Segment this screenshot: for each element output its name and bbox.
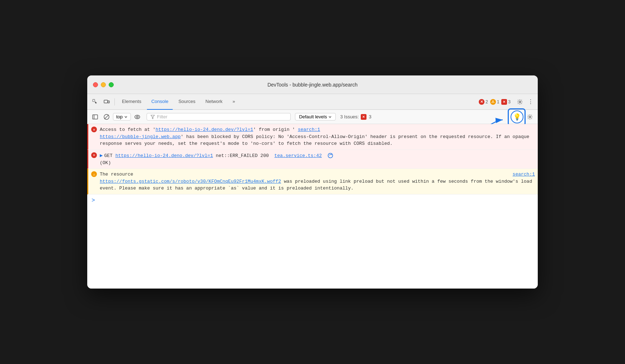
console-body: ✕ Access to fetch at 'https://hello-io-2… [87, 124, 538, 289]
ai-assistance-button[interactable]: 💡 [511, 110, 523, 123]
svg-line-7 [104, 115, 109, 119]
tea-service-link[interactable]: tea.service.ts:42 [274, 153, 322, 158]
warn-badge[interactable]: ⚠ 1 [490, 99, 499, 105]
ai-section: 💡 [511, 110, 523, 123]
select-icon[interactable] [90, 97, 100, 107]
separator [114, 98, 115, 105]
warn-row-1: The resource search:1 [100, 171, 535, 178]
tab-sources[interactable]: Sources [174, 94, 200, 110]
console-entry-net-error: ✕ ▶GET https://hello-io-24.deno.dev/?lvl… [87, 150, 538, 169]
more-options-icon[interactable]: ⋮ [526, 98, 535, 105]
svg-point-13 [328, 153, 333, 158]
cors-error-detail: https://bubble-jingle.web.app' has been … [100, 133, 535, 147]
maximize-button[interactable] [109, 82, 114, 87]
traffic-lights [93, 82, 114, 87]
warn-detail: https://fonts.gstatic.com/s/roboto/v30/K… [100, 178, 535, 192]
reload-icon[interactable] [328, 153, 333, 158]
svg-point-12 [529, 116, 531, 118]
svg-point-9 [137, 116, 138, 118]
warn-badge-icon: ⚠ [490, 99, 496, 105]
context-selector[interactable]: top [113, 113, 131, 120]
clear-icon[interactable] [102, 112, 112, 122]
expand-icon[interactable]: ▶ [100, 153, 103, 158]
issue-badge-icon: ✕ [501, 99, 507, 105]
devtools-window: DevTools - bubble-jingle.web.app/search … [87, 75, 538, 289]
issues-badge-icon: ✕ [361, 114, 366, 120]
search-link-1[interactable]: search:1 [298, 126, 320, 133]
window-title: DevTools - bubble-jingle.web.app/search [267, 82, 358, 88]
device-icon[interactable] [102, 97, 112, 107]
console-entry-cors-error: ✕ Access to fetch at 'https://hello-io-2… [87, 124, 538, 150]
warn-text-1: The resource search:1 https://fonts.gsta… [100, 171, 535, 192]
svg-rect-4 [93, 115, 98, 119]
minimize-button[interactable] [101, 82, 106, 87]
svg-rect-2 [108, 101, 109, 103]
warn-icon-1: ⚠ [91, 171, 98, 178]
console-prompt[interactable]: > [87, 195, 538, 207]
svg-marker-10 [151, 115, 154, 119]
console-toolbar: top Filter Default levels 3 Issues: ✕ 3 … [87, 110, 538, 124]
error-badge-icon: ✕ [479, 99, 484, 105]
tab-network[interactable]: Network [201, 94, 227, 110]
search-link-warn[interactable]: search:1 [513, 171, 535, 178]
tab-more[interactable]: » [228, 94, 239, 110]
net-error-detail: (OK) [100, 159, 535, 167]
error-text-1: Access to fetch at 'https://hello-io-24.… [100, 126, 535, 147]
svg-point-8 [135, 115, 140, 119]
error-badge[interactable]: ✕ 2 [479, 99, 488, 105]
svg-rect-1 [104, 100, 108, 103]
badge-group: ✕ 2 ⚠ 1 ✕ 3 [479, 99, 511, 105]
filter-input[interactable]: Filter [147, 113, 291, 120]
main-toolbar: Elements Console Sources Network » ✕ 2 ⚠… [87, 94, 538, 110]
get-request-link[interactable]: https://hello-io-24.deno.dev/?lvl=1 [115, 153, 213, 158]
error-text-2: ▶GET https://hello-io-24.deno.dev/?lvl=1… [100, 152, 535, 167]
error-icon-1: ✕ [91, 127, 98, 133]
tab-console[interactable]: Console [147, 94, 173, 110]
close-button[interactable] [93, 82, 98, 87]
error-icon-2: ✕ [91, 152, 98, 159]
error-row-1: Access to fetch at 'https://hello-io-24.… [100, 126, 535, 133]
font-resource-link[interactable]: https://fonts.gstatic.com/s/roboto/v30/K… [100, 179, 281, 184]
cors-fetch-link[interactable]: https://hello-io-24.deno.dev/?lvl=1 [156, 127, 253, 132]
error-row-2: ▶GET https://hello-io-24.deno.dev/?lvl=1… [100, 152, 535, 159]
titlebar: DevTools - bubble-jingle.web.app/search [87, 75, 538, 94]
console-settings-icon[interactable] [525, 112, 535, 122]
issue-badge[interactable]: ✕ 3 [501, 99, 511, 105]
issues-section[interactable]: 3 Issues: ✕ 3 [340, 114, 371, 120]
sidebar-toggle-icon[interactable] [90, 112, 100, 122]
svg-point-3 [519, 101, 521, 103]
eye-icon[interactable] [132, 112, 142, 122]
console-entry-font-warning: ⚠ The resource search:1 https://fonts.gs… [87, 169, 538, 195]
svg-rect-0 [93, 99, 95, 102]
bubble-jingle-link[interactable]: https://bubble-jingle.web.app [100, 134, 181, 139]
settings-icon[interactable] [515, 97, 525, 107]
tab-elements[interactable]: Elements [118, 94, 146, 110]
levels-dropdown[interactable]: Default levels [295, 113, 336, 120]
